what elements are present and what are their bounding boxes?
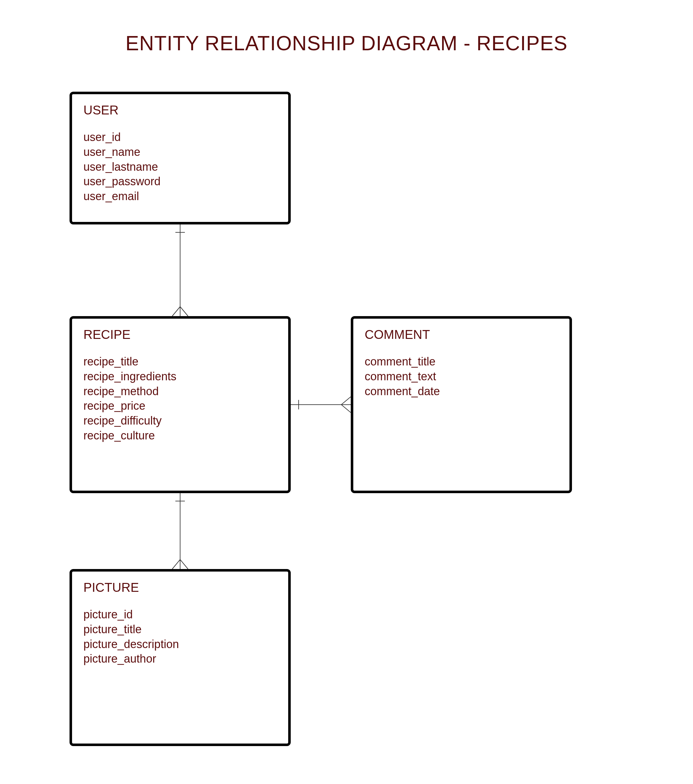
entity-recipe-attr: recipe_title — [84, 354, 277, 369]
entity-user-attr: user_lastname — [84, 160, 277, 175]
entity-picture-name: PICTURE — [84, 580, 277, 595]
entity-recipe-attr: recipe_price — [84, 399, 277, 413]
entity-comment-attr: comment_title — [365, 354, 558, 369]
entity-comment-attr: comment_date — [365, 384, 558, 399]
rel-user-recipe-many — [172, 306, 188, 316]
er-diagram-canvas: ENTITY RELATIONSHIP DIAGRAM - RECIPES US… — [0, 0, 693, 784]
entity-recipe-attr: recipe_difficulty — [84, 413, 277, 428]
entity-user-attr: user_name — [84, 145, 277, 160]
entity-user-attr: user_id — [84, 130, 277, 145]
entity-picture-attr: picture_title — [84, 622, 277, 637]
entity-picture-attr: picture_description — [84, 637, 277, 652]
entity-comment-name: COMMENT — [365, 328, 558, 342]
entity-picture: PICTURE picture_id picture_title picture… — [69, 569, 291, 746]
entity-recipe-attr: recipe_culture — [84, 428, 277, 443]
entity-recipe-name: RECIPE — [84, 328, 277, 342]
rel-recipe-comment-many — [341, 397, 351, 413]
entity-user-attr: user_email — [84, 189, 277, 204]
entity-picture-attr: picture_id — [84, 607, 277, 622]
entity-comment-attr: comment_text — [365, 369, 558, 384]
entity-recipe-attr: recipe_method — [84, 384, 277, 399]
entity-comment: COMMENT comment_title comment_text comme… — [351, 316, 572, 493]
rel-recipe-picture-many — [172, 560, 188, 569]
diagram-title: ENTITY RELATIONSHIP DIAGRAM - RECIPES — [0, 31, 693, 55]
entity-user-name: USER — [84, 103, 277, 117]
entity-recipe: RECIPE recipe_title recipe_ingredients r… — [69, 316, 291, 493]
entity-user-attr: user_password — [84, 174, 277, 189]
entity-user: USER user_id user_name user_lastname use… — [69, 92, 291, 224]
entity-picture-attr: picture_author — [84, 652, 277, 666]
entity-recipe-attr: recipe_ingredients — [84, 369, 277, 384]
